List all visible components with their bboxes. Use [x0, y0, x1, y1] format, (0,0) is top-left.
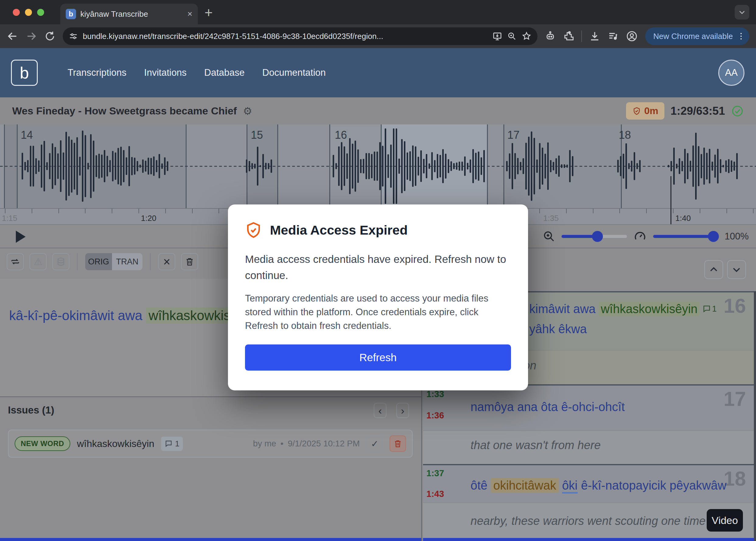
back-button[interactable]	[7, 30, 18, 42]
page-title: Wes Fineday - How Sweetgrass became Chie…	[12, 105, 237, 117]
nav-item-transcriptions[interactable]: Transcriptions	[68, 67, 127, 78]
play-button[interactable]	[16, 231, 26, 243]
translation-text[interactable]: nearby, these warriors went scouting one…	[470, 515, 705, 528]
gear-icon[interactable]: ⚙	[243, 105, 252, 117]
zoom-slider[interactable]	[561, 235, 627, 238]
chrome-update-button[interactable]: New Chrome available	[645, 27, 749, 45]
toggle-tran[interactable]: TRAN	[112, 253, 142, 270]
modal-title: Media Access Expired	[270, 223, 408, 238]
playhead-cursor[interactable]	[670, 176, 671, 224]
issue-word[interactable]: wîhkaskowkisêyin	[77, 438, 154, 449]
trash-icon	[185, 257, 194, 266]
segment-number: 16	[724, 294, 746, 317]
segment-end-time[interactable]: 1:36	[426, 410, 444, 420]
issue-comment-chip[interactable]: 1	[161, 437, 183, 451]
chevron-down-icon	[731, 265, 742, 275]
database-button[interactable]	[52, 253, 69, 270]
tab-close-icon[interactable]: ×	[188, 9, 192, 19]
refresh-button[interactable]: Refresh	[245, 344, 511, 371]
translation-text[interactable]: that one wasn't from here	[470, 439, 601, 452]
window-zoom-button[interactable]	[37, 9, 44, 16]
delete-region-button[interactable]	[181, 253, 198, 270]
forward-button[interactable]	[26, 30, 37, 42]
app-logo[interactable]: b	[11, 60, 38, 86]
volume-percent: 100%	[725, 231, 749, 242]
tab-title: kiyânaw Transcribe	[80, 9, 183, 19]
issues-next-button[interactable]: ›	[396, 403, 409, 418]
reload-button[interactable]	[44, 31, 55, 42]
linked-word[interactable]: ôki	[562, 479, 578, 494]
toggle-orig[interactable]: ORIG	[85, 253, 112, 270]
scroll-down-button[interactable]	[727, 260, 746, 279]
media-controls-icon[interactable]	[607, 31, 618, 42]
translation-row[interactable]: that one wasn't from here	[423, 430, 754, 464]
downloads-icon[interactable]	[589, 31, 600, 42]
install-app-icon[interactable]	[492, 31, 502, 41]
issue-type-badge: NEW WORD	[15, 436, 70, 451]
editor-text-blue[interactable]: kâ-kî-pê-okimâwit awa	[9, 308, 146, 323]
nav-item-database[interactable]: Database	[204, 67, 245, 78]
issue-row[interactable]: NEW WORD wîhkaskowkisêyin 1 by me • 9/1/…	[8, 430, 413, 458]
browser-tab-strip: b kiyânaw Transcribe × +	[0, 0, 756, 24]
new-tab-button[interactable]: +	[205, 4, 213, 21]
address-bar[interactable]: bundle.kiyanaw.net/transcribe-edit/242c9…	[63, 27, 537, 45]
comment-indicator[interactable]: 1	[702, 304, 717, 314]
cree-text[interactable]: kimâwit awa	[529, 302, 599, 315]
volume-slider[interactable]	[653, 235, 719, 238]
browser-tab[interactable]: b kiyânaw Transcribe ×	[60, 4, 198, 24]
loop-button[interactable]	[7, 253, 24, 270]
cree-text[interactable]: namôya ana ôta ê-ohci-ohcît	[470, 400, 625, 414]
extensions-puzzle-icon[interactable]	[563, 31, 574, 42]
nav-item-invitations[interactable]: Invitations	[144, 67, 187, 78]
playback-speed-icon[interactable]	[633, 230, 647, 244]
cree-token-line[interactable]: ôtê okihcitâwak ôki ê-kî-natopayicik pêy…	[470, 479, 726, 492]
segment-end-time[interactable]: 1:43	[426, 489, 444, 499]
sync-check-icon	[731, 105, 744, 118]
video-toggle-button[interactable]: Video	[707, 509, 743, 532]
avatar[interactable]: AA	[718, 60, 744, 86]
delete-issue-button[interactable]	[389, 435, 406, 452]
window-close-button[interactable]	[13, 9, 20, 16]
scrollbar[interactable]	[754, 291, 756, 541]
volume-slider-knob[interactable]	[708, 231, 719, 242]
warning-button[interactable]: ⚠	[30, 253, 47, 270]
tab-search-button[interactable]	[735, 5, 749, 19]
transcript-segment-18[interactable]: 18 1:37 1:43 ôtê okihcitâwak ôki ê-kî-na…	[423, 464, 754, 541]
lock-time-badge: 0m	[626, 102, 664, 120]
window-minimize-button[interactable]	[25, 9, 32, 16]
tick-label: 1:35	[543, 214, 559, 223]
comment-icon	[702, 304, 711, 313]
new-word-highlight[interactable]: wîhkaskowkisêyin	[599, 301, 699, 316]
zoom-page-icon[interactable]	[507, 31, 517, 41]
resolve-issue-button[interactable]: ✓	[367, 435, 383, 452]
segment-line-2[interactable]: yâhk êkwa	[529, 322, 587, 336]
segment-start-time[interactable]: 1:37	[426, 468, 444, 478]
check-icon: ✓	[371, 438, 378, 449]
translation-row[interactable]: nearby, these warriors went scouting one…	[423, 503, 754, 541]
known-word-highlight[interactable]: okihcitâwak	[491, 478, 559, 493]
shield-check-icon	[245, 222, 262, 239]
transcript-segment-17[interactable]: 17 1:33 1:36 namôya ana ôta ê-ohci-ohcît…	[423, 384, 754, 464]
zoom-in-icon[interactable]	[543, 230, 555, 243]
nav-item-documentation[interactable]: Documentation	[262, 67, 326, 78]
bookmark-star-icon[interactable]	[522, 31, 531, 41]
kebab-menu-icon[interactable]	[737, 32, 746, 41]
region-label: 16	[335, 129, 347, 142]
site-favicon: b	[66, 9, 76, 19]
issues-heading: Issues (1)	[8, 404, 54, 416]
cree-token[interactable]: ê-kî-natopayicik pêyakwâw	[581, 479, 726, 492]
issues-prev-button[interactable]: ‹	[374, 403, 386, 418]
segment-start-time[interactable]: 1:33	[426, 389, 444, 399]
segment-line-1[interactable]: kimâwit awa wîhkaskowkisêyin1	[529, 302, 717, 316]
zoom-slider-knob[interactable]	[592, 231, 603, 242]
cree-token[interactable]: ôtê	[470, 479, 487, 492]
robot-icon[interactable]	[545, 31, 556, 42]
editor-line[interactable]: kâ-kî-pê-okimâwit awa wîhkaskowkisêyin	[9, 308, 258, 323]
url-text[interactable]: bundle.kiyanaw.net/transcribe-edit/242c9…	[83, 32, 487, 41]
clear-selection-button[interactable]: ×	[158, 253, 175, 270]
site-permissions-icon[interactable]	[69, 32, 78, 41]
profile-icon[interactable]	[626, 30, 638, 42]
database-icon	[56, 257, 66, 267]
scroll-up-button[interactable]	[704, 260, 723, 279]
orig-tran-toggle[interactable]: ORIG TRAN	[85, 253, 142, 270]
